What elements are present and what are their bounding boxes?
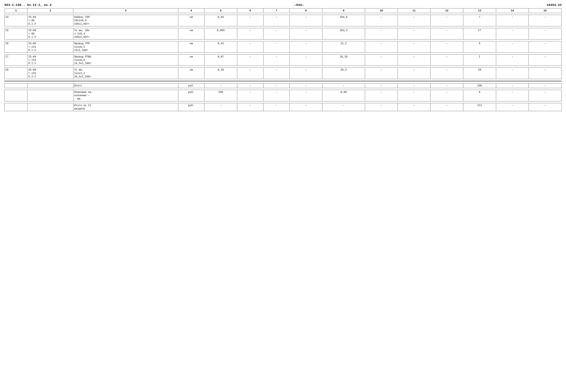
row-1-col-5: 0,065 <box>204 28 237 40</box>
row-0-col-11: – <box>398 15 430 26</box>
row-1-col-2: I5–09 т.88 П.I-У <box>28 28 73 40</box>
row-0-col-13: 7 <box>463 15 496 26</box>
total-2-col-6: – <box>237 103 263 111</box>
col-header-12: 12 <box>430 9 463 13</box>
table-row: I4I5–09 т.88 П.I-УКабель ТПП I0x2x0,4 I5… <box>5 15 562 26</box>
total-row: Итого по II разделуруб.––––––––II2–– <box>5 103 562 111</box>
total-2-col-4: руб. <box>178 103 204 111</box>
row-4-col-6: – <box>237 68 263 79</box>
col-header-15: 15 <box>529 9 562 13</box>
row-3-col-5: 0,07 <box>204 54 237 66</box>
row-3-col-8: – <box>289 54 322 66</box>
row-2-col-12: – <box>430 41 463 53</box>
row-2-col-5: 0,42 <box>204 41 237 53</box>
row-1-col-4: км <box>178 28 204 40</box>
row-2-col-8: – <box>289 41 322 53</box>
header-left: 903-I-198 . Ал.I2.I, кн.3 <box>4 3 51 7</box>
row-0-col-10: – <box>365 15 398 26</box>
total-0-col-8: – <box>289 84 322 88</box>
row-2-col-1: I6 <box>5 41 28 53</box>
row-3-col-12: – <box>430 54 463 66</box>
total-0-col-14: – <box>496 84 529 88</box>
row-2-col-7: – <box>263 41 289 53</box>
row-1-col-9: 263,3 <box>322 28 365 40</box>
total-0-col-6: – <box>237 84 263 88</box>
total-0-col-2 <box>28 84 73 88</box>
col-header-5: 5 <box>204 9 237 13</box>
row-4-col-14: – <box>496 68 529 79</box>
col-header-7: 7 <box>263 9 289 13</box>
total-1-col-10: – <box>365 90 398 101</box>
total-2-col-10: – <box>365 103 398 111</box>
col-header-10: 10 <box>365 9 398 13</box>
header: 903-I-198 . Ал.I2.I, кн.3 —544— 18454-33 <box>4 3 562 7</box>
total-1-col-13: 6 <box>463 90 496 101</box>
row-2-col-6: – <box>237 41 263 53</box>
total-1-col-11: – <box>398 90 430 101</box>
table-row: I5I5–09 т.88 П.I-УТо же, 20x x 2x0,4 240… <box>5 28 562 40</box>
row-2-col-14: – <box>496 41 529 53</box>
row-1-col-7: – <box>263 28 289 40</box>
row-1-col-8: – <box>289 28 322 40</box>
row-2-col-11: – <box>398 41 430 53</box>
row-3-col-2: I5–09 т.II9 П.I-У <box>28 54 73 66</box>
total-0-col-1 <box>5 84 28 88</box>
total-2-col-13: II2 <box>463 103 496 111</box>
total-1-col-4: руб. <box>178 90 204 101</box>
total-1-col-2 <box>28 90 73 101</box>
total-0-col-4: руб. <box>178 84 204 88</box>
total-0-col-11: – <box>398 84 430 88</box>
row-0-col-4: км <box>178 15 204 26</box>
row-3-col-15: – <box>529 54 562 66</box>
total-2-col-3: Итого по II разделу <box>73 103 178 111</box>
total-row: Плановые на- копления – – 6%руб.I06–––0,… <box>5 90 562 101</box>
total-2-col-5: – <box>204 103 237 111</box>
row-0-col-9: I64,6 <box>322 15 365 26</box>
row-4-col-11: – <box>398 68 430 79</box>
row-0-col-15: – <box>529 15 562 26</box>
row-4-col-10: – <box>365 68 398 79</box>
row-0-col-3: Кабель ТПП I0x2x0,4 I50xI,097= <box>73 15 178 26</box>
total-1-col-15: – <box>529 90 562 101</box>
total-1-col-12: – <box>430 90 463 101</box>
col-header-1: 1 <box>5 9 28 13</box>
row-3-col-14: – <box>496 54 529 66</box>
main-table: 1 2 3 4 5 6 7 8 9 10 11 12 13 14 15 I4I5… <box>4 8 562 113</box>
header-center: —544— <box>294 3 304 7</box>
col-header-6: 6 <box>237 9 263 13</box>
total-1-col-6: – <box>237 90 263 101</box>
total-2-col-11: – <box>398 103 430 111</box>
row-4-col-9: 28,3 <box>322 68 365 79</box>
row-4-col-2: I5–09 т.II9 П.I-У <box>28 68 73 79</box>
total-row: Итогоруб.––––––––I06–– <box>5 84 562 88</box>
row-3-col-6: – <box>237 54 263 66</box>
row-1-col-15: – <box>529 28 562 40</box>
total-0-col-5: – <box>204 84 237 88</box>
row-3-col-1: I7 <box>5 54 28 66</box>
row-1-col-14: – <box>496 28 529 40</box>
total-2-col-14: – <box>496 103 529 111</box>
row-2-col-2: I5–09 т.II2 П.I-У <box>28 41 73 53</box>
total-2-col-8: – <box>289 103 322 111</box>
total-1-col-7: – <box>263 90 289 101</box>
total-0-col-7: – <box>263 84 289 88</box>
table-row: I8I5–09 т.II9 П.I-УТо же, Ix2xI,2 25,5xI… <box>5 68 562 79</box>
col-header-8: 8 <box>289 9 322 13</box>
table-row: I7I5–09 т.II9 П.I-УПровод ПТВК Ix2x0,6 I… <box>5 54 562 66</box>
row-2-col-3: Провод ТРП Ix2x0,5 IIxI,I09= <box>73 41 178 53</box>
total-0-col-10: – <box>365 84 398 88</box>
row-1-col-13: I7 <box>463 28 496 40</box>
row-3-col-7: – <box>263 54 289 66</box>
row-3-col-4: км <box>178 54 204 66</box>
row-1-col-12: – <box>430 28 463 40</box>
total-1-col-8: – <box>289 90 322 101</box>
total-1-col-1 <box>5 90 28 101</box>
row-0-col-5: 0,04 <box>204 15 237 26</box>
row-1-col-3: То же, 20x x 2x0,4 240xI,097= <box>73 28 178 40</box>
row-4-col-15: – <box>529 68 562 79</box>
total-0-col-13: I06 <box>463 84 496 88</box>
col-header-4: 4 <box>178 9 204 13</box>
row-2-col-9: I2,2 <box>322 41 365 53</box>
total-0-col-12: – <box>430 84 463 88</box>
total-0-col-9: – <box>322 84 365 88</box>
